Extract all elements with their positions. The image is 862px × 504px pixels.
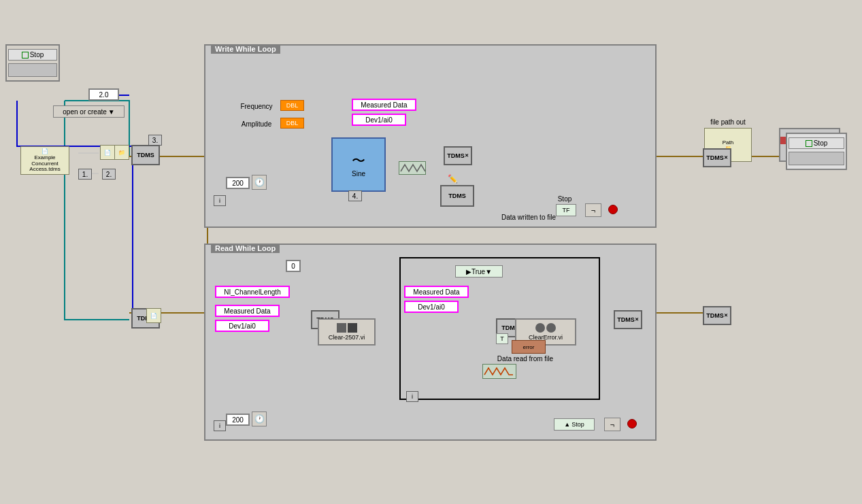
num3-label: 3.: [148, 135, 162, 146]
stop-button-topleft[interactable]: Stop: [5, 44, 60, 82]
open-create-dropdown[interactable]: open or create ▼: [53, 105, 125, 118]
data-read-label: Data read from file: [481, 354, 569, 363]
stop-button-right[interactable]: Stop: [786, 133, 847, 170]
file-block: 📄 Example Concurrent Access.tdms: [20, 146, 69, 175]
clear-vi-block: Clear-2507.vi: [318, 318, 376, 346]
not-gate-write: ¬: [585, 203, 601, 217]
error-display-read: error: [512, 340, 546, 354]
waveform-read: [482, 364, 516, 379]
write-while-loop: Write While Loop Frequency Amplitude DBL…: [204, 44, 657, 228]
frequency-label: Frequency: [236, 101, 277, 111]
zero-value: 0: [286, 260, 301, 272]
tdms-right-top: TDMS ✕: [703, 148, 731, 167]
num1-label: 1.: [78, 169, 92, 180]
red-stop-write: [608, 205, 618, 214]
measured-data-read: Measured Data: [215, 305, 280, 317]
stop-label-write: Stop: [551, 194, 578, 203]
i-box-inner: i: [406, 391, 418, 402]
stop-tf-read: ▲Stop: [554, 418, 595, 431]
read-while-loop: Read While Loop 0 NI_ChannelLength Measu…: [204, 243, 657, 441]
tdms-write-block: TDMS ✕: [444, 146, 472, 165]
waveform-write: [399, 161, 426, 175]
file-icon-small-3: 📄: [146, 308, 161, 323]
dev1-ai0-read: Dev1/ai0: [215, 320, 269, 332]
tdms-block-left-top: TDMS: [131, 145, 160, 165]
timer-write: 200: [226, 177, 250, 189]
sine-block: 〜 Sine: [331, 137, 386, 192]
read-loop-label: Read While Loop: [211, 243, 280, 253]
true-dropdown[interactable]: ▶ True ▼: [455, 265, 503, 278]
dev1-ai0-inner: Dev1/ai0: [404, 301, 459, 313]
amplitude-label: Amplitude: [236, 119, 277, 129]
iter-write: 4.: [348, 190, 362, 201]
amp-dbl-block: DBL: [280, 118, 304, 129]
tdms-large-write: TDMS: [440, 185, 474, 207]
measured-data-write: Measured Data: [352, 99, 416, 111]
num2-label: 2.: [102, 169, 116, 180]
red-stop-read: [627, 419, 637, 429]
edit-icon: ✏️: [447, 173, 458, 184]
not-gate-read: ¬: [604, 418, 620, 431]
loop-i-read: i: [214, 420, 226, 431]
timer-read: 200: [226, 414, 250, 426]
measured-data-inner: Measured Data: [404, 286, 469, 298]
clock-icon-read: 🕐: [252, 411, 267, 426]
file-path-label: file path out: [701, 117, 755, 127]
file-icon-small-1: 📄: [100, 145, 115, 160]
tdms-read-right: TDMS ✕: [614, 310, 642, 329]
write-loop-label: Write While Loop: [211, 44, 280, 54]
freq-dbl-block: DBL: [280, 100, 304, 111]
value-2-display: 2.0: [88, 88, 119, 101]
ni-channel-label: NI_ChannelLength: [215, 286, 290, 298]
t-box-inner: T: [496, 333, 508, 344]
stop-tf-write: TF: [556, 204, 576, 216]
clock-icon-write: 🕐: [252, 175, 267, 190]
loop-i-write: i: [214, 195, 226, 206]
dev1-ai0-write: Dev1/ai0: [352, 114, 406, 126]
tdms-right-bottom: TDMS ✕: [703, 306, 731, 325]
file-icon-small-2: 📁: [114, 145, 129, 160]
